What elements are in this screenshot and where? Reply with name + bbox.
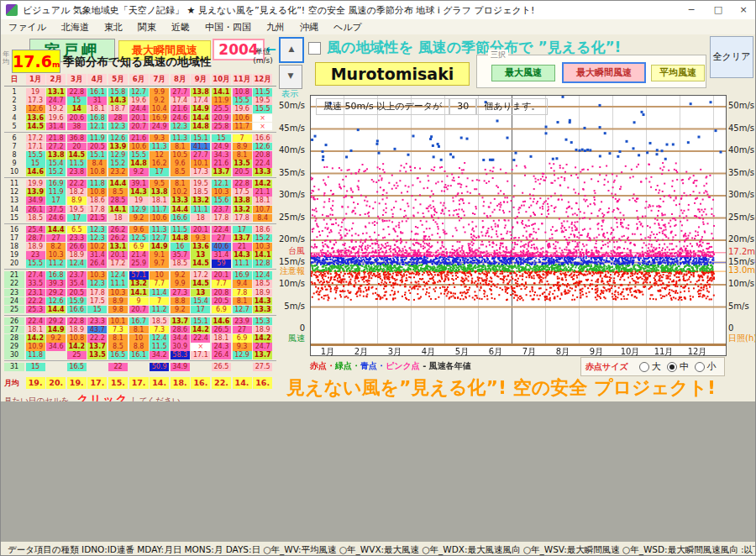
wind-day-cell[interactable]: 8.5 xyxy=(171,168,190,176)
wind-day-cell[interactable]: 14.8 xyxy=(129,160,149,168)
wind-day-cell[interactable]: 14.9 xyxy=(46,326,66,334)
wind-day-cell[interactable]: 11.1 xyxy=(108,280,128,288)
wind-day-cell[interactable]: 9.2 xyxy=(171,271,190,280)
wind-day-cell[interactable]: 30.9 xyxy=(171,343,190,351)
wind-day-cell[interactable]: 14.5 xyxy=(191,260,210,268)
wind-day-cell[interactable]: 25.4 xyxy=(26,226,45,234)
monthly-average-cell[interactable]: 15. xyxy=(108,377,128,389)
wind-day-cell[interactable]: 8.4 xyxy=(87,160,107,168)
wind-day-cell[interactable]: 9.6 xyxy=(129,226,149,234)
wind-day-cell[interactable]: 14.4 xyxy=(171,206,190,214)
wind-day-cell[interactable]: 11.8 xyxy=(87,180,107,188)
wind-day-cell[interactable]: 15.1 xyxy=(87,151,107,160)
wind-day-cell[interactable]: 16.9 xyxy=(46,180,66,188)
wind-day-cell[interactable]: 15.5 xyxy=(26,260,45,268)
wind-day-cell[interactable]: 16.1 xyxy=(87,88,107,97)
wind-day-cell[interactable]: 13.3 xyxy=(171,197,190,205)
wind-day-cell[interactable]: 16.6 xyxy=(171,214,190,223)
wind-day-cell[interactable]: 10.6 xyxy=(150,214,169,223)
wind-day-cell[interactable]: 13.1 xyxy=(108,243,128,251)
wind-day-cell[interactable]: 14.1 xyxy=(129,289,149,297)
wind-day-cell[interactable]: 20.7 xyxy=(129,123,149,131)
wind-day-cell[interactable]: 7.7 xyxy=(212,280,231,288)
wind-day-cell[interactable]: 18.5 xyxy=(171,260,190,268)
wind-day-cell[interactable]: 9.6 xyxy=(171,160,190,168)
wind-day-cell[interactable]: 13.7 xyxy=(87,343,107,351)
wind-day-cell[interactable]: 17 xyxy=(46,197,66,205)
wind-day-cell[interactable]: 24.9 xyxy=(150,123,169,131)
wind-day-cell[interactable]: 26.2 xyxy=(108,226,128,234)
wind-day-cell[interactable]: 11.5 xyxy=(150,343,169,351)
wind-day-cell[interactable]: 22.2 xyxy=(26,297,45,306)
wind-day-cell[interactable]: 37.5 xyxy=(46,206,66,214)
wind-day-cell[interactable]: 16.5 xyxy=(108,351,128,359)
wind-day-cell[interactable]: 9.5 xyxy=(150,180,169,188)
wind-day-cell[interactable]: 13.6 xyxy=(26,114,45,123)
wind-day-cell[interactable]: 23.7 xyxy=(212,206,231,214)
wind-day-cell[interactable]: 8.1 xyxy=(108,334,128,343)
wind-day-cell[interactable]: 18.5 xyxy=(26,214,45,223)
wind-day-cell[interactable]: 12.3 xyxy=(87,226,107,234)
wind-day-cell[interactable]: 15 xyxy=(212,134,231,143)
wind-day-cell[interactable]: 18.9 xyxy=(67,326,87,334)
wind-day-cell[interactable]: 10.6 xyxy=(129,143,149,151)
wind-day-cell[interactable]: 23.3 xyxy=(67,234,87,243)
wind-day-cell[interactable]: 27.7 xyxy=(171,88,190,97)
wind-day-cell[interactable]: 18.1 xyxy=(26,326,45,334)
wind-day-cell[interactable]: 8.5 xyxy=(108,343,128,351)
wind-day-cell[interactable]: 26.6 xyxy=(67,243,87,251)
wind-day-cell[interactable]: 14.5 xyxy=(26,123,45,131)
wind-day-cell[interactable]: 59 xyxy=(212,260,231,268)
wind-day-cell[interactable]: 11.9 xyxy=(46,188,66,197)
monthly-average-cell[interactable]: 19. xyxy=(26,377,45,389)
wind-day-cell[interactable]: 12.4 xyxy=(150,334,169,343)
wind-day-cell[interactable]: 29.2 xyxy=(46,289,66,297)
wind-day-cell[interactable]: 14.6 xyxy=(26,168,45,176)
menu-item-関東[interactable]: 関東 xyxy=(130,21,164,34)
wind-day-cell[interactable]: 13.9 xyxy=(26,188,45,197)
wind-day-cell[interactable]: 10.8 xyxy=(87,168,107,176)
wind-day-cell[interactable]: 21.6 xyxy=(171,105,190,113)
monthly-average-cell[interactable]: 19. xyxy=(67,377,87,389)
wind-day-cell[interactable]: 18.5 xyxy=(191,188,210,197)
wind-day-cell[interactable]: 34.4 xyxy=(171,334,190,343)
wind-day-cell[interactable]: 24.4 xyxy=(129,105,149,113)
wind-day-cell[interactable]: 27 xyxy=(46,234,66,243)
wind-day-cell[interactable]: 22.4 xyxy=(212,226,231,234)
wind-day-cell[interactable]: 10 xyxy=(150,271,169,280)
wind-day-cell[interactable]: 20.5 xyxy=(212,297,231,306)
monthly-average-cell[interactable]: 18. xyxy=(171,377,190,389)
wind-day-cell[interactable]: 11.5 xyxy=(67,160,87,168)
wind-day-cell[interactable]: 11.1 xyxy=(191,206,210,214)
wind-day-cell[interactable]: 12.3 xyxy=(87,234,107,243)
wind-day-cell[interactable]: 11.3 xyxy=(150,226,169,234)
wind-day-cell[interactable]: 17.3 xyxy=(191,168,210,176)
wind-day-cell[interactable]: 9.2 xyxy=(129,214,149,223)
wind-day-cell[interactable]: 9.2 xyxy=(171,306,190,314)
wind-day-cell[interactable]: 6.9 xyxy=(212,306,231,314)
wind-day-cell[interactable]: 8.9 xyxy=(67,197,87,205)
wind-day-cell[interactable]: 12.6 xyxy=(26,105,45,113)
wind-day-cell[interactable]: 28 xyxy=(108,114,128,123)
wind-day-cell[interactable]: 7.3 xyxy=(150,326,169,334)
wind-day-cell[interactable]: 13.5 xyxy=(87,351,107,359)
wind-day-cell[interactable]: 16.1 xyxy=(129,351,149,359)
wind-day-cell[interactable]: 26.5 xyxy=(212,326,231,334)
wind-day-cell[interactable]: 18.1 xyxy=(87,105,107,113)
wind-day-cell[interactable]: 20.6 xyxy=(67,114,87,123)
wind-day-cell[interactable]: 25.9 xyxy=(129,260,149,268)
wind-day-cell[interactable]: 14.4 xyxy=(108,180,128,188)
wind-day-cell[interactable]: 9 xyxy=(129,297,149,306)
wind-day-cell[interactable]: 43.7 xyxy=(87,326,107,334)
wind-day-cell[interactable]: 23 xyxy=(26,251,45,260)
wind-day-cell[interactable]: 17.2 xyxy=(26,134,45,143)
wind-day-cell[interactable]: 17.5 xyxy=(87,297,107,306)
wind-day-cell[interactable]: 13.2 xyxy=(191,197,210,205)
wind-day-cell[interactable]: 23.8 xyxy=(67,168,87,176)
wind-day-cell[interactable]: 31.4 xyxy=(87,251,107,260)
wind-day-cell[interactable]: 21.6 xyxy=(212,160,231,168)
wind-day-cell[interactable]: 19.5 xyxy=(67,206,87,214)
wind-day-cell[interactable]: 7.7 xyxy=(150,280,169,288)
wind-day-cell[interactable]: 18.2 xyxy=(67,188,87,197)
wind-day-cell[interactable]: 10.3 xyxy=(87,271,107,280)
